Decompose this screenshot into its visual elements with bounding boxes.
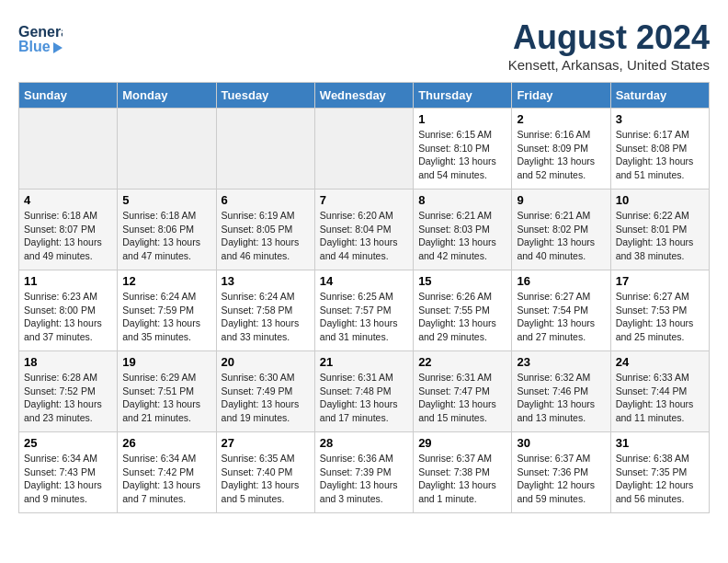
calendar-cell: 1Sunrise: 6:15 AMSunset: 8:10 PMDaylight… — [414, 109, 512, 190]
logo: General Blue — [18, 18, 63, 59]
calendar-cell: 12Sunrise: 6:24 AMSunset: 7:59 PMDayligh… — [118, 270, 216, 351]
day-number: 17 — [616, 274, 704, 288]
calendar-table: SundayMondayTuesdayWednesdayThursdayFrid… — [18, 82, 710, 513]
day-number: 1 — [418, 112, 506, 126]
day-number: 8 — [418, 193, 506, 207]
calendar-cell: 30Sunrise: 6:37 AMSunset: 7:36 PMDayligh… — [512, 432, 610, 513]
calendar-cell: 24Sunrise: 6:33 AMSunset: 7:44 PMDayligh… — [610, 351, 709, 432]
calendar-cell: 29Sunrise: 6:37 AMSunset: 7:38 PMDayligh… — [414, 432, 512, 513]
day-info: Sunrise: 6:27 AMSunset: 7:53 PMDaylight:… — [616, 290, 704, 344]
day-info: Sunrise: 6:34 AMSunset: 7:42 PMDaylight:… — [122, 452, 210, 506]
day-info: Sunrise: 6:36 AMSunset: 7:39 PMDaylight:… — [320, 452, 408, 506]
calendar-cell: 14Sunrise: 6:25 AMSunset: 7:57 PMDayligh… — [314, 270, 413, 351]
calendar-cell: 19Sunrise: 6:29 AMSunset: 7:51 PMDayligh… — [118, 351, 216, 432]
day-number: 16 — [517, 274, 605, 288]
calendar-cell: 5Sunrise: 6:18 AMSunset: 8:06 PMDaylight… — [118, 190, 216, 270]
day-number: 27 — [222, 436, 310, 450]
calendar-cell: 6Sunrise: 6:19 AMSunset: 8:05 PMDaylight… — [216, 190, 314, 270]
day-info: Sunrise: 6:19 AMSunset: 8:05 PMDaylight:… — [222, 209, 310, 263]
weekday-header-wednesday: Wednesday — [314, 83, 413, 109]
day-info: Sunrise: 6:21 AMSunset: 8:03 PMDaylight:… — [418, 209, 506, 263]
day-number: 26 — [122, 436, 210, 450]
day-info: Sunrise: 6:38 AMSunset: 7:35 PMDaylight:… — [616, 452, 704, 506]
day-number: 12 — [122, 274, 210, 288]
day-info: Sunrise: 6:18 AMSunset: 8:06 PMDaylight:… — [122, 209, 210, 263]
day-number: 19 — [122, 355, 210, 369]
calendar-cell: 15Sunrise: 6:26 AMSunset: 7:55 PMDayligh… — [414, 270, 512, 351]
day-number: 7 — [320, 193, 408, 207]
day-number: 22 — [418, 355, 506, 369]
day-number: 4 — [24, 193, 112, 207]
weekday-header-sunday: Sunday — [19, 83, 118, 109]
calendar-week-4: 18Sunrise: 6:28 AMSunset: 7:52 PMDayligh… — [19, 351, 710, 432]
day-number: 13 — [222, 274, 310, 288]
calendar-cell: 20Sunrise: 6:30 AMSunset: 7:49 PMDayligh… — [216, 351, 314, 432]
day-number: 30 — [517, 436, 605, 450]
calendar-week-2: 4Sunrise: 6:18 AMSunset: 8:07 PMDaylight… — [19, 190, 710, 270]
day-info: Sunrise: 6:17 AMSunset: 8:08 PMDaylight:… — [616, 128, 704, 182]
calendar-cell — [19, 109, 118, 190]
weekday-header-monday: Monday — [118, 83, 216, 109]
day-info: Sunrise: 6:31 AMSunset: 7:47 PMDaylight:… — [418, 371, 506, 425]
day-number: 28 — [320, 436, 408, 450]
calendar-cell: 27Sunrise: 6:35 AMSunset: 7:40 PMDayligh… — [216, 432, 314, 513]
day-info: Sunrise: 6:22 AMSunset: 8:01 PMDaylight:… — [616, 209, 704, 263]
day-info: Sunrise: 6:26 AMSunset: 7:55 PMDaylight:… — [418, 290, 506, 344]
page-title: August 2024 — [508, 18, 710, 57]
day-info: Sunrise: 6:24 AMSunset: 7:59 PMDaylight:… — [122, 290, 210, 344]
day-info: Sunrise: 6:32 AMSunset: 7:46 PMDaylight:… — [517, 371, 605, 425]
day-info: Sunrise: 6:18 AMSunset: 8:07 PMDaylight:… — [24, 209, 112, 263]
calendar-cell: 26Sunrise: 6:34 AMSunset: 7:42 PMDayligh… — [118, 432, 216, 513]
calendar-week-3: 11Sunrise: 6:23 AMSunset: 8:00 PMDayligh… — [19, 270, 710, 351]
day-info: Sunrise: 6:35 AMSunset: 7:40 PMDaylight:… — [222, 452, 310, 506]
day-number: 25 — [24, 436, 112, 450]
calendar-cell: 23Sunrise: 6:32 AMSunset: 7:46 PMDayligh… — [512, 351, 610, 432]
calendar-cell: 8Sunrise: 6:21 AMSunset: 8:03 PMDaylight… — [414, 190, 512, 270]
calendar-cell: 31Sunrise: 6:38 AMSunset: 7:35 PMDayligh… — [610, 432, 709, 513]
day-info: Sunrise: 6:20 AMSunset: 8:04 PMDaylight:… — [320, 209, 408, 263]
day-info: Sunrise: 6:37 AMSunset: 7:38 PMDaylight:… — [418, 452, 506, 506]
day-number: 5 — [122, 193, 210, 207]
day-info: Sunrise: 6:21 AMSunset: 8:02 PMDaylight:… — [517, 209, 605, 263]
day-info: Sunrise: 6:33 AMSunset: 7:44 PMDaylight:… — [616, 371, 704, 425]
calendar-cell: 21Sunrise: 6:31 AMSunset: 7:48 PMDayligh… — [314, 351, 413, 432]
day-number: 24 — [616, 355, 704, 369]
svg-text:General: General — [18, 24, 63, 40]
calendar-cell: 18Sunrise: 6:28 AMSunset: 7:52 PMDayligh… — [19, 351, 118, 432]
calendar-cell: 13Sunrise: 6:24 AMSunset: 7:58 PMDayligh… — [216, 270, 314, 351]
day-number: 21 — [320, 355, 408, 369]
day-number: 20 — [222, 355, 310, 369]
calendar-header-row: SundayMondayTuesdayWednesdayThursdayFrid… — [19, 83, 710, 109]
day-number: 10 — [616, 193, 704, 207]
day-number: 3 — [616, 112, 704, 126]
calendar-cell: 11Sunrise: 6:23 AMSunset: 8:00 PMDayligh… — [19, 270, 118, 351]
day-info: Sunrise: 6:37 AMSunset: 7:36 PMDaylight:… — [517, 452, 605, 506]
page-subtitle: Kensett, Arkansas, United States — [508, 57, 710, 73]
day-number: 31 — [616, 436, 704, 450]
day-number: 15 — [418, 274, 506, 288]
day-number: 29 — [418, 436, 506, 450]
day-number: 11 — [24, 274, 112, 288]
day-info: Sunrise: 6:31 AMSunset: 7:48 PMDaylight:… — [320, 371, 408, 425]
day-number: 14 — [320, 274, 408, 288]
calendar-cell: 22Sunrise: 6:31 AMSunset: 7:47 PMDayligh… — [414, 351, 512, 432]
day-info: Sunrise: 6:15 AMSunset: 8:10 PMDaylight:… — [418, 128, 506, 182]
day-info: Sunrise: 6:23 AMSunset: 8:00 PMDaylight:… — [24, 290, 112, 344]
calendar-body: 1Sunrise: 6:15 AMSunset: 8:10 PMDaylight… — [19, 109, 710, 513]
calendar-cell: 7Sunrise: 6:20 AMSunset: 8:04 PMDaylight… — [314, 190, 413, 270]
day-number: 23 — [517, 355, 605, 369]
day-info: Sunrise: 6:29 AMSunset: 7:51 PMDaylight:… — [122, 371, 210, 425]
day-info: Sunrise: 6:28 AMSunset: 7:52 PMDaylight:… — [24, 371, 112, 425]
weekday-header-saturday: Saturday — [610, 83, 709, 109]
calendar-cell — [314, 109, 413, 190]
weekday-header-friday: Friday — [512, 83, 610, 109]
calendar-cell: 10Sunrise: 6:22 AMSunset: 8:01 PMDayligh… — [610, 190, 709, 270]
calendar-cell: 25Sunrise: 6:34 AMSunset: 7:43 PMDayligh… — [19, 432, 118, 513]
calendar-cell — [118, 109, 216, 190]
day-info: Sunrise: 6:25 AMSunset: 7:57 PMDaylight:… — [320, 290, 408, 344]
calendar-week-1: 1Sunrise: 6:15 AMSunset: 8:10 PMDaylight… — [19, 109, 710, 190]
logo-icon: General Blue — [18, 18, 63, 55]
weekday-header-tuesday: Tuesday — [216, 83, 314, 109]
day-number: 18 — [24, 355, 112, 369]
day-info: Sunrise: 6:24 AMSunset: 7:58 PMDaylight:… — [222, 290, 310, 344]
